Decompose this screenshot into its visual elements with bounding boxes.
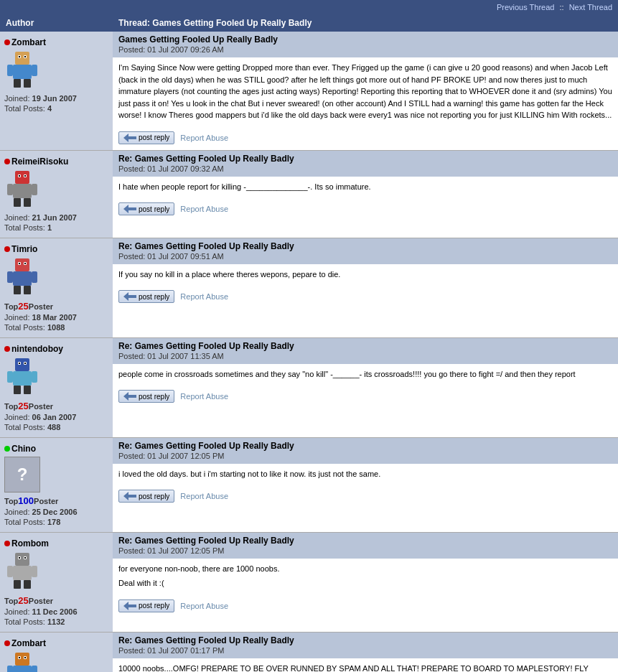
post-body: i loved the old days. but i i'm starting… [113, 464, 618, 487]
report-abuse-link[interactable]: Report Abuse [180, 392, 228, 401]
post-title: Games Getting Fooled Up Really Badly [118, 34, 278, 45]
post-date: Posted: 01 Jul 2007 11:35 AM [118, 352, 224, 360]
reply-button[interactable]: post reply [118, 290, 174, 303]
reply-icon [123, 392, 136, 401]
post-body: If you say no kill in a place where ther… [113, 264, 618, 288]
svg-rect-15 [24, 175, 26, 177]
nav-separator: :: [559, 3, 563, 11]
post-title: Re: Games Getting Fooled Up Really Badly [118, 154, 294, 164]
report-abuse-link[interactable]: Report Abuse [180, 492, 228, 500]
svg-rect-28 [7, 271, 13, 283]
avatar-container [4, 257, 108, 298]
reply-button[interactable]: post reply [118, 490, 174, 503]
post-actions: post reply Report Abuse [113, 387, 618, 409]
svg-rect-4 [24, 56, 26, 57]
svg-rect-51 [7, 566, 13, 577]
username: Timrio [11, 244, 37, 254]
avatar [4, 357, 40, 396]
svg-rect-0 [15, 52, 29, 65]
posts-info: Total Posts: 1132 [4, 617, 108, 626]
post-row: Chino ? Top100Poster Joined: 25 Dec 2006… [0, 437, 618, 532]
svg-rect-59 [19, 657, 20, 658]
reply-icon [123, 492, 136, 500]
svg-rect-9 [24, 79, 31, 88]
report-abuse-link[interactable]: Report Abuse [180, 292, 228, 301]
reply-button[interactable]: post reply [118, 131, 174, 144]
reply-icon [123, 602, 136, 610]
post-actions: post reply Report Abuse [113, 487, 618, 508]
svg-rect-60 [24, 657, 26, 658]
reply-button[interactable]: post reply [118, 599, 174, 612]
reply-icon [123, 205, 136, 213]
post-title: Re: Games Getting Fooled Up Really Badly [118, 241, 294, 251]
svg-rect-25 [19, 263, 20, 264]
post-title-bar: Re: Games Getting Fooled Up Really Badly… [113, 151, 618, 177]
content-cell: Re: Games Getting Fooled Up Really Badly… [113, 150, 618, 238]
post-title-bar: Games Getting Fooled Up Really Badly Pos… [113, 32, 618, 57]
offline-dot [4, 159, 10, 164]
posts-info: Total Posts: 1 [4, 223, 108, 232]
posts-info: Total Posts: 488 [4, 423, 108, 431]
report-abuse-link[interactable]: Report Abuse [180, 205, 228, 213]
svg-rect-27 [13, 271, 32, 286]
avatar-container [4, 357, 108, 398]
svg-rect-22 [15, 258, 29, 271]
online-indicator: Chino [4, 444, 108, 454]
offline-dot [4, 346, 10, 352]
svg-rect-37 [24, 363, 26, 364]
author-cell: Timrio Top25Poster Joined: 18 Mar 2007 T… [0, 238, 113, 337]
content-cell: Re: Games Getting Fooled Up Really Badly… [113, 632, 618, 672]
content-cell: Re: Games Getting Fooled Up Really Badly… [113, 238, 618, 337]
svg-rect-31 [24, 286, 31, 294]
svg-rect-5 [13, 65, 32, 79]
offline-dot [4, 246, 10, 252]
avatar [4, 257, 40, 297]
online-indicator: ReimeiRisoku [4, 157, 108, 167]
post-row: nintendoboy Top25Poster Joined: 06 Jan 2… [0, 337, 618, 437]
top25-badge: Top25Poster [4, 401, 108, 411]
svg-marker-21 [123, 205, 136, 213]
reply-icon [123, 134, 136, 142]
thread-header: Author Thread: Games Getting Fooled Up R… [0, 14, 618, 32]
svg-rect-36 [19, 363, 20, 364]
post-date: Posted: 01 Jul 2007 12:05 PM [118, 452, 224, 460]
svg-rect-54 [24, 580, 31, 589]
avatar [4, 50, 40, 90]
report-abuse-link[interactable]: Report Abuse [180, 602, 228, 610]
report-abuse-link[interactable]: Report Abuse [180, 134, 228, 142]
post-title: Re: Games Getting Fooled Up Really Badly [118, 441, 294, 451]
previous-thread-link[interactable]: Previous Thread [497, 3, 555, 11]
avatar [4, 551, 40, 591]
svg-rect-20 [24, 198, 31, 207]
svg-rect-42 [24, 386, 31, 394]
reply-button[interactable]: post reply [118, 202, 174, 215]
avatar-container: ? [4, 457, 108, 493]
svg-rect-63 [32, 666, 37, 673]
svg-rect-16 [13, 184, 32, 198]
post-title-bar: Re: Games Getting Fooled Up Really Badly… [113, 338, 618, 364]
svg-rect-53 [14, 580, 21, 589]
post-body: 10000 noobs....OMFG! PREPARE TO BE OVER … [113, 658, 618, 673]
author-cell: Rombom Top25Poster Joined: 11 Dec 2006 T… [0, 532, 113, 632]
post-actions: post reply Report Abuse [113, 129, 618, 150]
post-date: Posted: 01 Jul 2007 09:26 AM [118, 45, 224, 54]
svg-rect-48 [19, 557, 20, 559]
top-nav: Previous Thread :: Next Thread [0, 0, 618, 14]
username: nintendoboy [11, 344, 63, 354]
top25-badge: Top25Poster [4, 595, 108, 606]
svg-rect-62 [7, 666, 13, 673]
svg-rect-38 [13, 371, 32, 386]
avatar [4, 651, 40, 673]
reply-button[interactable]: post reply [118, 390, 174, 403]
avatar: ? [4, 457, 40, 493]
svg-rect-19 [14, 198, 21, 207]
online-indicator: Zombart [4, 638, 108, 648]
svg-rect-11 [15, 171, 29, 184]
svg-rect-49 [24, 557, 26, 559]
post-row: Timrio Top25Poster Joined: 18 Mar 2007 T… [0, 238, 618, 337]
post-title: Re: Games Getting Fooled Up Really Badly [118, 536, 294, 546]
svg-marker-55 [123, 602, 136, 610]
join-info: Joined: 19 Jun 2007 [4, 94, 108, 103]
next-thread-link[interactable]: Next Thread [569, 3, 612, 11]
join-info: Joined: 18 Mar 2007 [4, 313, 108, 322]
